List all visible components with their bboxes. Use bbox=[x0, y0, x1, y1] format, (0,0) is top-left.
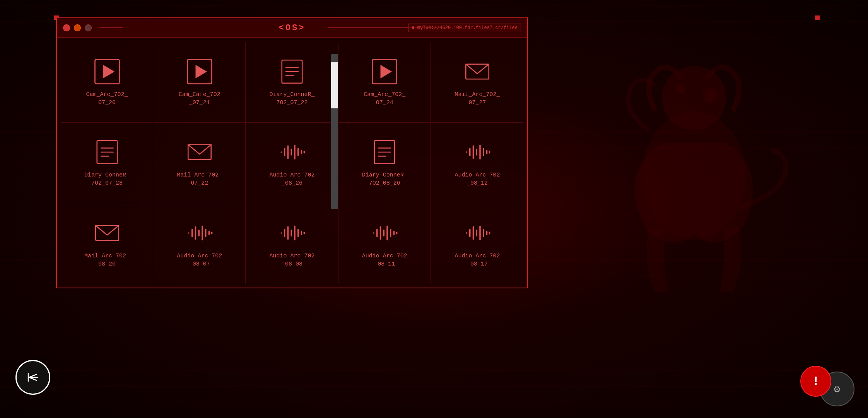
window-url: ■ myTue://4620.100.fdr.files7.cr/files bbox=[408, 24, 521, 32]
file-item-cam_cafe_702_07_21[interactable]: Cam_Cafe_702 _07_21 bbox=[153, 42, 246, 123]
file-icon-audio bbox=[371, 219, 398, 247]
file-icon-audio bbox=[186, 219, 213, 247]
scrollbar-thumb[interactable] bbox=[331, 62, 338, 108]
traffic-light-gray[interactable] bbox=[85, 24, 92, 31]
file-icon-video bbox=[371, 58, 398, 85]
scrollbar[interactable] bbox=[331, 54, 338, 209]
file-name-mail_arc_702_07_22: Mail_Arc_702_ O7_22 bbox=[177, 171, 222, 187]
svg-marker-6 bbox=[103, 65, 114, 79]
file-name-audio_arc_702_08_17: Audio_Arc_702 _08_17 bbox=[455, 252, 500, 268]
file-item-diary_conner_702_07_22[interactable]: Diary_ConneR_ 7O2_07_22 bbox=[246, 42, 338, 123]
file-icon-audio bbox=[279, 139, 306, 166]
file-name-diary_conner_702_08_26: Diary_ConneR_ 7O2_08_26 bbox=[362, 171, 407, 187]
file-icon-document bbox=[94, 139, 121, 166]
file-item-mail_arc_702_07_27[interactable]: Mail_Arc_702_ 07_27 bbox=[431, 42, 523, 123]
file-icon-audio bbox=[464, 139, 491, 166]
svg-marker-8 bbox=[195, 65, 207, 79]
file-icon-video bbox=[94, 58, 121, 85]
file-item-diary_conner_702_08_26[interactable]: Diary_ConneR_ 7O2_08_26 bbox=[338, 123, 431, 203]
back-icon bbox=[25, 370, 41, 385]
lion-watermark bbox=[597, 46, 791, 317]
file-item-audio_arc_702_08_12[interactable]: Audio_Arc_702 _08_12 bbox=[431, 123, 523, 203]
file-name-diary_conner_702_07_22: Diary_ConneR_ 7O2_07_22 bbox=[269, 91, 314, 107]
file-name-audio_arc_702_08_11: Audio_Arc_702 _08_11 bbox=[362, 252, 407, 268]
file-item-audio_arc_702_08_07[interactable]: Audio_Arc_702 _08_07 bbox=[153, 203, 246, 284]
file-icon-mail bbox=[94, 219, 121, 247]
file-name-audio_arc_702_08_07: Audio_Arc_702 _08_07 bbox=[177, 252, 222, 268]
file-name-audio_arc_702_08_26: Audio_Arc_702 _08_26 bbox=[269, 171, 314, 187]
window-titlebar: <OS> ■ myTue://4620.100.fdr.files7.cr/fi… bbox=[57, 18, 527, 38]
traffic-light-red[interactable] bbox=[63, 24, 70, 31]
file-item-audio_arc_702_08_11[interactable]: Audio_Arc_702 _08_11 bbox=[338, 203, 431, 284]
svg-marker-14 bbox=[381, 65, 392, 79]
corner-decoration-tr bbox=[815, 15, 820, 20]
file-item-mail_arc_702_07_22[interactable]: Mail_Arc_702_ O7_22 bbox=[153, 123, 246, 203]
file-name-diary_conner_702_07_28: Diary_ConneR_ 7O2_07_28 bbox=[84, 171, 130, 187]
file-item-audio_arc_702_08_08[interactable]: Audio_Arc_702 _08_08 bbox=[246, 203, 338, 284]
file-name-audio_arc_702_08_12: Audio_Arc_702 _08_12 bbox=[455, 171, 500, 187]
file-icon-document bbox=[279, 58, 306, 85]
file-item-audio_arc_702_08_26[interactable]: Audio_Arc_702 _08_26 bbox=[246, 123, 338, 203]
traffic-light-orange[interactable] bbox=[74, 24, 81, 31]
file-name-cam_arc_702_07_20: Cam_Arc_702_ O7_20 bbox=[86, 91, 128, 107]
file-item-cam_arc_702_07_24[interactable]: Cam_Arc_702_ O7_24 bbox=[338, 42, 431, 123]
gear-icon: ⚙ bbox=[834, 382, 841, 396]
file-name-mail_arc_702_07_27: Mail_Arc_702_ 07_27 bbox=[455, 91, 500, 107]
file-name-cam_cafe_702_07_21: Cam_Cafe_702 _07_21 bbox=[179, 91, 220, 107]
alert-button[interactable]: ! bbox=[800, 366, 831, 397]
file-icon-video bbox=[186, 58, 213, 85]
traffic-lights bbox=[63, 24, 92, 31]
file-item-diary_conner_702_07_28[interactable]: Diary_ConneR_ 7O2_07_28 bbox=[61, 123, 153, 203]
title-line-left bbox=[99, 27, 123, 28]
file-name-cam_arc_702_07_24: Cam_Arc_702_ O7_24 bbox=[364, 91, 405, 107]
file-item-cam_arc_702_07_20[interactable]: Cam_Arc_702_ O7_20 bbox=[61, 42, 153, 123]
alert-icon: ! bbox=[812, 374, 819, 389]
file-name-audio_arc_702_08_08: Audio_Arc_702 _08_08 bbox=[269, 252, 314, 268]
file-name-mail_arc_702_08_20: Mail_Arc_702_ 08_20 bbox=[84, 252, 130, 268]
file-icon-mail bbox=[186, 139, 213, 166]
file-icon-audio bbox=[464, 219, 491, 247]
file-item-audio_arc_702_08_17[interactable]: Audio_Arc_702 _08_17 bbox=[431, 203, 523, 284]
window-title: <OS> bbox=[279, 23, 306, 33]
svg-point-4 bbox=[706, 91, 714, 99]
file-item-mail_arc_702_08_20[interactable]: Mail_Arc_702_ 08_20 bbox=[61, 203, 153, 284]
file-icon-mail bbox=[464, 58, 491, 85]
file-icon-document bbox=[371, 139, 398, 166]
file-icon-audio bbox=[279, 219, 306, 247]
file-grid: Cam_Arc_702_ O7_20 Cam_Cafe_702 _07_21 D… bbox=[57, 38, 527, 288]
svg-point-1 bbox=[676, 83, 686, 94]
main-window: <OS> ■ myTue://4620.100.fdr.files7.cr/fi… bbox=[56, 17, 528, 288]
back-button[interactable] bbox=[15, 360, 50, 395]
